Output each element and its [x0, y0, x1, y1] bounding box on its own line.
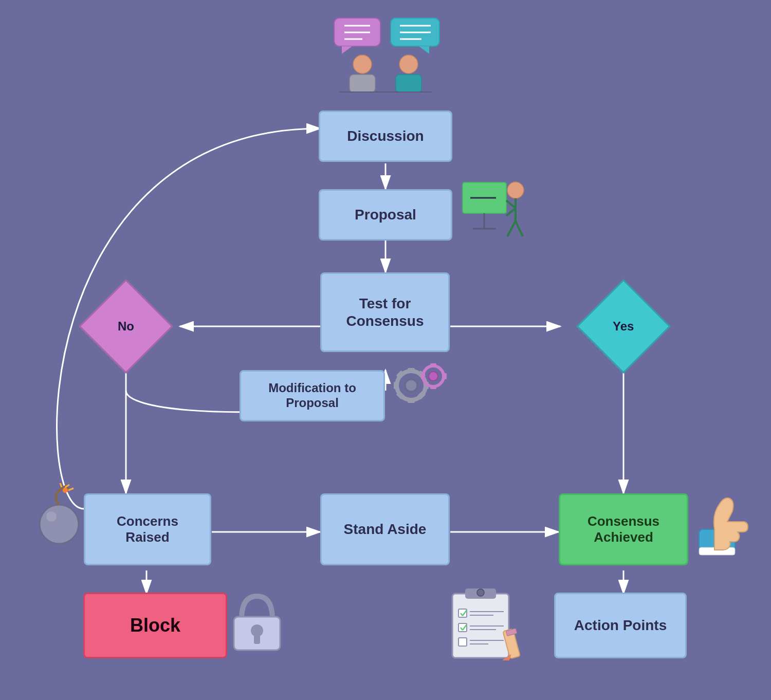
bomb-icon: [28, 483, 85, 547]
svg-marker-21: [419, 46, 429, 54]
svg-point-48: [429, 372, 438, 381]
svg-point-24: [399, 55, 418, 73]
svg-rect-49: [430, 363, 436, 367]
thumbsup-icon: [694, 488, 756, 562]
svg-rect-67: [458, 609, 467, 617]
svg-point-54: [63, 488, 68, 493]
svg-rect-52: [443, 373, 447, 379]
proposal-box: Proposal: [319, 189, 452, 241]
svg-rect-26: [339, 91, 432, 93]
gears-icon: [388, 360, 450, 414]
svg-rect-25: [396, 75, 421, 93]
svg-line-33: [506, 208, 516, 216]
svg-point-53: [40, 505, 79, 544]
svg-line-35: [516, 221, 523, 236]
svg-rect-50: [430, 385, 436, 389]
yes-diamond: Yes: [590, 293, 657, 360]
svg-point-58: [46, 511, 57, 522]
svg-line-57: [60, 483, 62, 487]
svg-rect-41: [394, 382, 399, 389]
svg-rect-23: [350, 75, 375, 93]
padlock-icon: [229, 586, 285, 655]
svg-line-56: [68, 488, 74, 490]
svg-line-36: [506, 200, 516, 208]
no-diamond: No: [93, 293, 159, 360]
presenter-icon: [460, 175, 532, 244]
svg-line-55: [65, 485, 69, 487]
svg-rect-72: [458, 623, 467, 632]
flowchart: Discussion Proposal Test for Consensus: [0, 0, 771, 700]
svg-rect-51: [421, 373, 425, 379]
svg-rect-77: [458, 638, 467, 646]
svg-rect-39: [408, 368, 415, 373]
svg-marker-16: [342, 46, 352, 54]
stand-aside-box: Stand Aside: [320, 493, 450, 565]
svg-line-34: [507, 221, 516, 236]
block-box: Block: [83, 593, 227, 658]
concerns-raised-box: Concerns Raised: [84, 493, 211, 565]
action-points-box: Action Points: [554, 593, 687, 658]
modification-proposal-box: Modification to Proposal: [240, 370, 385, 421]
svg-point-22: [353, 55, 372, 73]
discussion-box: Discussion: [319, 110, 452, 162]
discussion-icon: [319, 10, 452, 93]
svg-point-38: [405, 379, 417, 392]
svg-point-31: [507, 182, 524, 198]
svg-rect-40: [408, 398, 415, 403]
svg-rect-63: [254, 635, 260, 644]
consensus-achieved-box: Consensus Achieved: [559, 493, 688, 565]
checklist-icon: [447, 583, 540, 662]
svg-point-66: [477, 589, 484, 596]
test-consensus-box: Test for Consensus: [320, 272, 450, 352]
